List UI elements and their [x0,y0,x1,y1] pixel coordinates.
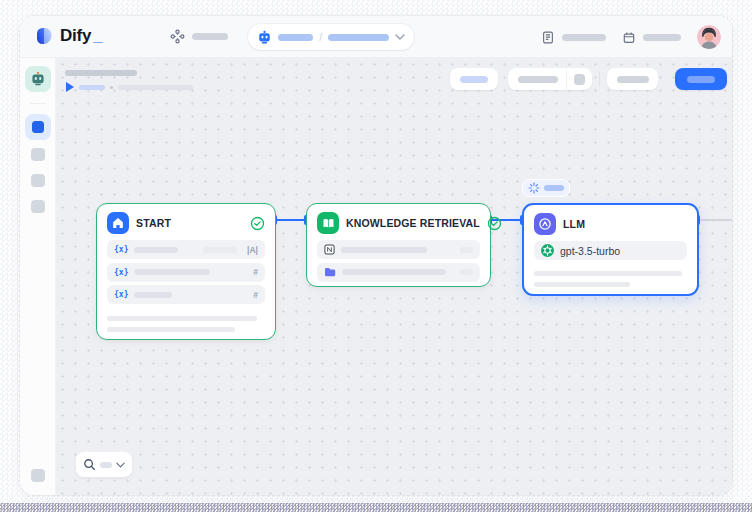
knowledge-node-header: KNOWLEDGE RETRIEVAL [307,204,490,240]
orchestrate-nav-item[interactable] [170,29,228,44]
run-more-icon [574,74,585,85]
logo-text: Dify [60,26,91,46]
features-button[interactable] [450,68,498,90]
sidebar-item-settings-skeleton[interactable] [31,469,45,482]
run-time-skeleton [118,85,193,90]
openai-icon [541,244,554,257]
start-var-row: {x} # [107,263,265,282]
spinner-icon [528,182,540,194]
node-title: LLM [563,218,687,230]
user-avatar[interactable] [697,25,721,49]
run-split-button[interactable] [508,68,592,90]
check-circle-icon [250,216,265,231]
workflow-block-icon [32,121,44,133]
orchestrate-icon [170,29,185,44]
notion-doc-icon [324,244,335,255]
zoom-value-skeleton [100,462,112,468]
variable-icon: {x} [114,245,128,254]
node-desc-skeleton [534,282,630,287]
knowledge-dataset-row [317,263,480,282]
variable-icon: {x} [114,290,128,299]
run-label-skeleton [518,76,558,83]
plugins-icon [622,30,636,45]
button-divider [599,72,600,86]
workspace-name-skeleton [278,34,313,41]
sidebar-item-workflow-active[interactable] [25,114,51,140]
variable-icon: {x} [114,268,128,277]
preview-button[interactable] [607,68,658,90]
docs-icon [541,30,555,45]
publish-button[interactable] [675,68,727,90]
node-title: KNOWLEDGE RETRIEVAL [346,217,480,229]
var-type-text: |A| [247,245,258,255]
var-name-skeleton [134,292,172,298]
sidebar-divider [30,103,46,104]
node-knowledge-retrieval[interactable]: KNOWLEDGE RETRIEVAL [306,203,491,287]
edge-start-to-knowledge [276,219,306,221]
running-label-skeleton [544,185,564,191]
node-title: START [136,217,243,229]
dataset-count-skeleton [460,247,473,253]
publish-label-skeleton [687,76,715,83]
workflow-canvas[interactable]: START {x} |A| {x} [56,58,732,495]
var-name-skeleton [134,247,178,253]
chevron-down-icon[interactable] [116,462,125,468]
sidebar-item-skeleton-2[interactable] [31,174,45,187]
dataset-name-skeleton [342,269,446,275]
dataset-name-skeleton [341,247,427,253]
background-noise-strip [0,503,752,512]
workflow-title-skeleton [65,70,137,76]
sidebar-app-icon[interactable] [25,66,51,92]
docs-label-skeleton [562,34,606,41]
node-desc-skeleton [534,271,682,276]
zoom-select[interactable] [76,452,132,477]
folder-icon [324,267,336,277]
node-desc-skeleton [107,327,235,332]
top-header: Dify _ [20,16,732,58]
last-run-status-row [66,82,193,92]
features-label-skeleton [460,76,488,83]
preview-label-skeleton [617,76,649,83]
status-dot [110,86,113,89]
dify-logo[interactable]: Dify _ [34,26,103,46]
var-type-text: # [253,290,258,300]
workspace-robot-icon [257,30,272,45]
plugins-label-skeleton [643,34,681,41]
start-var-row: {x} |A| [107,240,265,259]
var-name-skeleton [134,269,210,275]
header-right-group [541,25,721,49]
home-icon [107,212,129,234]
model-name: gpt-3.5-turbo [560,245,620,257]
var-type-text: # [253,267,258,277]
knowledge-dataset-row [317,240,480,259]
docs-nav-item[interactable] [541,30,606,45]
node-desc-skeleton [107,316,257,321]
dify-logo-icon [34,26,54,46]
orchestrate-label-skeleton [192,33,228,40]
node-start[interactable]: START {x} |A| {x} [96,203,276,340]
start-node-header: START [97,204,275,240]
var-value-skeleton [203,247,237,253]
llm-model-row: gpt-3.5-turbo [534,241,687,260]
app-window: Dify _ [20,16,732,495]
plugins-nav-item[interactable] [622,30,681,45]
logo-cursor: _ [93,26,102,46]
node-llm[interactable]: LLM gpt-3.5-turbo [522,203,699,296]
run-label-skeleton [79,85,105,90]
edge-llm-outgoing [699,219,732,221]
play-icon [66,82,74,92]
chevron-down-icon[interactable] [395,34,405,40]
running-status-badge [522,179,570,197]
sidebar-item-skeleton-3[interactable] [31,200,45,213]
left-sidebar [20,58,56,495]
check-circle-icon [487,216,502,231]
run-more-button[interactable] [566,68,592,90]
workspace-app-switcher[interactable]: / [248,24,414,50]
search-icon [83,458,96,471]
breadcrumb-separator: / [319,31,322,43]
sidebar-item-skeleton-1[interactable] [31,148,45,161]
start-var-row: {x} # [107,285,265,304]
book-open-icon [317,212,339,234]
dataset-count-skeleton [460,269,473,275]
app-name-skeleton [328,34,389,41]
